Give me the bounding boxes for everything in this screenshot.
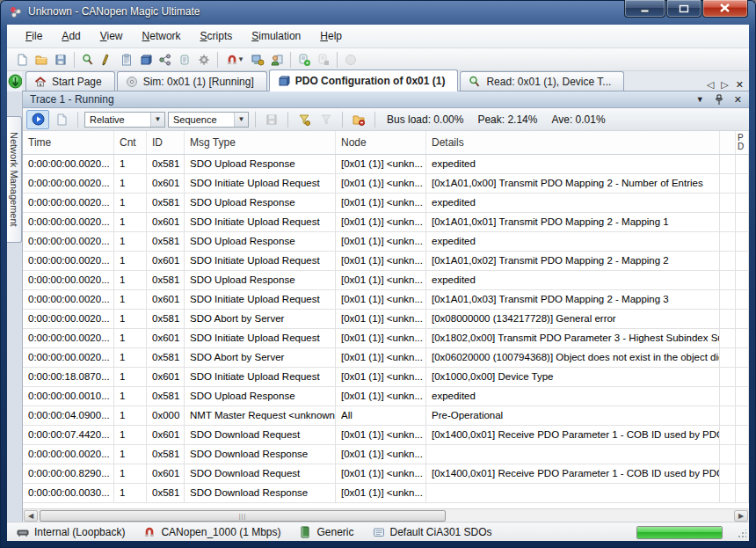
table-row[interactable]: 0:00:00:07.4420...10x601SDO Download Req… (23, 426, 749, 445)
table-row[interactable]: 0:00:00:00.0020...10x601SDO Initiate Upl… (23, 329, 749, 348)
menu-scripts[interactable]: Scripts (191, 26, 243, 46)
progress-fill (637, 527, 722, 538)
trace-panel-header[interactable]: Trace 1 - Running ▼ ✕ (23, 91, 749, 108)
network-nodes-button[interactable] (156, 51, 175, 69)
stop-button[interactable] (341, 51, 360, 69)
clear-buffer-button[interactable] (349, 111, 368, 128)
user-monitor-button[interactable] (267, 51, 287, 69)
script-stop-button[interactable] (314, 51, 333, 69)
node-simulation-button[interactable] (248, 51, 267, 69)
table-row[interactable]: 0:00:00:00.0020...10x581SDO Upload Respo… (23, 194, 749, 213)
cell-node: [0x01 (1)] <unkn... (336, 387, 426, 406)
status-item-label: Generic (316, 526, 353, 538)
menu-view[interactable]: View (91, 26, 133, 46)
script-button[interactable] (175, 51, 194, 69)
pause-display-icon (55, 113, 69, 127)
column-header-id[interactable]: ID (147, 131, 185, 154)
table-row[interactable]: 0:00:00:00.0020...10x581SDO Upload Respo… (23, 232, 749, 252)
menu-file[interactable]: File (16, 26, 52, 46)
tab-close-icon[interactable]: ✕ (736, 79, 744, 91)
column-header-clipped[interactable]: P D (736, 131, 749, 154)
read-clipboard-button[interactable] (117, 51, 136, 69)
menu-network[interactable]: Network (133, 26, 191, 46)
filter-clear-button[interactable] (316, 111, 336, 128)
scan-network-button[interactable] (78, 51, 98, 69)
tab-start-page[interactable]: Start Page (25, 71, 115, 91)
table-row[interactable]: 0:00:00:00.0010...10x581SDO Upload Respo… (23, 387, 749, 406)
table-row[interactable]: 0:00:00:00.0020...10x601SDO Initiate Upl… (23, 290, 749, 310)
script-start-button[interactable] (294, 51, 314, 69)
status-item-default-cia301-sdos[interactable]: Default CiA301 SDOs (372, 525, 492, 539)
connect-magnet-button[interactable]: ▼ (222, 51, 248, 69)
table-row[interactable]: 0:00:00:04.0900...10x000NMT Master Reque… (23, 406, 749, 426)
table-row[interactable]: 0:00:00:00.0020...10x581SDO Upload Respo… (23, 155, 749, 174)
open-folder-button[interactable] (32, 51, 51, 69)
panel-close-icon[interactable]: ✕ (734, 94, 742, 106)
document-tab-bar: Start PageSim: 0x01 (1) [Running]PDO Con… (22, 71, 749, 91)
status-item-generic[interactable]: Generic (298, 525, 353, 539)
column-header-node[interactable]: Node (336, 131, 426, 154)
table-row[interactable]: 0:00:00:18.0870...10x601SDO Initiate Upl… (23, 368, 749, 387)
settings-gear-button[interactable] (194, 51, 214, 69)
tab-pdo-configuration-of-0x01-1[interactable]: PDO Configuration of 0x01 (1) (269, 69, 459, 91)
time-mode-select[interactable]: Relative ▼ (84, 112, 165, 128)
chevron-down-icon[interactable]: ▼ (150, 113, 164, 127)
table-row[interactable]: 0:00:00:00.8290...10x601SDO Download Req… (23, 464, 749, 484)
cell-id: 0x581 (147, 484, 185, 503)
column-header-details[interactable]: Details (426, 131, 720, 154)
table-row[interactable]: 0:00:00:00.0020...10x581SDO Upload Respo… (23, 271, 749, 290)
order-mode-select[interactable]: Sequence ▼ (168, 112, 249, 128)
close-button[interactable] (702, 0, 748, 18)
new-document-button[interactable] (12, 51, 32, 69)
tab-read-0x01-1-device-t[interactable]: Read: 0x01 (1), Device T... (460, 71, 624, 91)
scrollbar-thumb[interactable]: ||| (40, 510, 446, 522)
maximize-button[interactable] (666, 0, 701, 18)
save-button[interactable] (51, 51, 70, 69)
chevron-down-icon[interactable]: ▼ (237, 55, 244, 63)
menu-simulation[interactable]: Simulation (242, 26, 310, 46)
menu-help[interactable]: Help (310, 26, 352, 46)
cell-cnt: 1 (114, 232, 147, 252)
tab-scroll-left-icon[interactable]: ◁ (707, 79, 714, 91)
title-bar[interactable]: Unknown - CANopen Magic Ultimate (0, 0, 756, 25)
column-header-cnt[interactable]: Cnt (114, 131, 147, 154)
table-row[interactable]: 0:00:00:00.0020...10x601SDO Initiate Upl… (23, 252, 749, 271)
status-item-internal-loopback[interactable]: Internal (Loopback) (16, 525, 125, 539)
pin-icon[interactable] (715, 92, 723, 106)
caption-buttons (623, 0, 748, 18)
status-item-canopen-1000-1-mbps[interactable]: CANopen_1000 (1 Mbps) (142, 525, 280, 539)
cell-details: [0x1A01,0x01] Transmit PDO Mapping 2 - M… (426, 213, 720, 232)
cell-spacer (720, 174, 736, 194)
resize-grip[interactable] (738, 530, 746, 538)
cell-spacer (736, 387, 749, 406)
menu-add[interactable]: Add (52, 26, 90, 46)
column-header-msg-type[interactable]: Msg Type (185, 131, 336, 154)
cell-msg-type: SDO Download Request (185, 464, 336, 484)
tab-sim-0x01-1-running[interactable]: Sim: 0x01 (1) [Running] (117, 71, 267, 91)
table-row[interactable]: 0:00:00:00.0020...10x581SDO Abort by Ser… (23, 310, 749, 329)
filter-apply-button[interactable] (294, 111, 314, 128)
tab-scroll-right-icon[interactable]: ▷ (721, 79, 728, 91)
cell-spacer (736, 406, 749, 426)
table-row[interactable]: 0:00:00:00.0020...10x581SDO Download Res… (23, 445, 749, 464)
cell-time: 0:00:00:00.0020... (23, 271, 114, 290)
table-row[interactable]: 0:00:00:00.0020...10x601SDO Initiate Upl… (23, 213, 749, 232)
panel-menu-chevron-icon[interactable]: ▼ (696, 95, 704, 104)
minimize-button[interactable] (624, 0, 665, 18)
write-button[interactable] (98, 51, 117, 69)
pause-display-button[interactable] (52, 111, 71, 128)
column-header-time[interactable]: Time (23, 131, 114, 154)
trace-run-button[interactable] (26, 110, 49, 129)
save-trace-button[interactable] (262, 111, 281, 128)
table-row[interactable]: 0:00:00:00.0020...10x581SDO Abort by Ser… (23, 348, 749, 368)
horizontal-scrollbar[interactable]: ◀ ||| ▶ (23, 508, 749, 522)
table-row[interactable]: 0:00:00:00.0030...10x581SDO Download Res… (23, 484, 749, 503)
pdo-configuration-button[interactable] (136, 51, 156, 69)
cell-msg-type: SDO Initiate Upload Request (185, 174, 336, 194)
scroll-left-arrow-icon[interactable]: ◀ (24, 510, 38, 522)
table-row[interactable]: 0:00:00:00.0020...10x601SDO Initiate Upl… (23, 174, 749, 194)
sidebar-tab-network-management[interactable]: Network Management (7, 116, 22, 243)
chevron-down-icon[interactable]: ▼ (234, 113, 248, 127)
network-management-icon[interactable] (8, 74, 23, 89)
scroll-right-arrow-icon[interactable]: ▶ (734, 510, 748, 522)
